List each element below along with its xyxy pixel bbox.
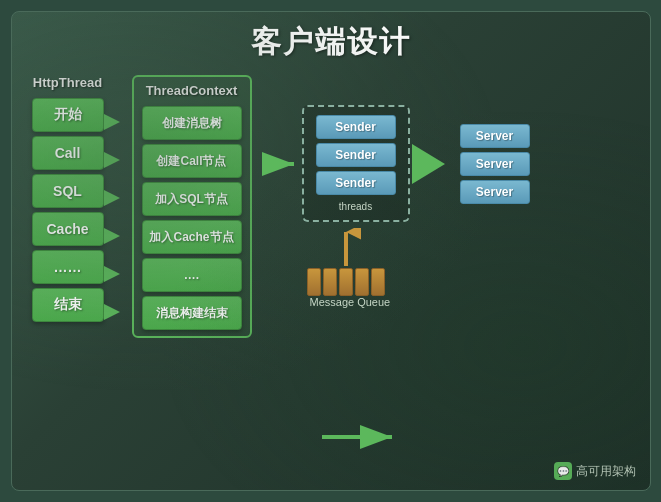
server-group: Server Server Server (460, 124, 530, 204)
main-container: 客户端设计 HttpThread 开始 Call SQL Cache …… 结束 (11, 11, 651, 491)
thread-box-add-cache: 加入Cache节点 (142, 220, 242, 254)
server-box-3: Server (460, 180, 530, 204)
threads-label: threads (316, 201, 396, 212)
diagram-area: HttpThread 开始 Call SQL Cache …… 结束 Threa… (32, 75, 630, 338)
sender-box-3: Sender (316, 171, 396, 195)
svg-marker-3 (412, 144, 445, 184)
http-box-ellipsis: …… (32, 250, 104, 284)
server-box-2: Server (460, 152, 530, 176)
http-box-call: Call (32, 136, 104, 170)
thread-box-ellipsis2: …. (142, 258, 242, 292)
watermark: 💬 高可用架构 (554, 462, 636, 480)
queue-box-4 (355, 268, 369, 296)
bottom-right: Message Queue (302, 228, 530, 308)
sender-box-2: Sender (316, 143, 396, 167)
queue-box-2 (323, 268, 337, 296)
sender-box-1: Sender (316, 115, 396, 139)
wechat-icon: 💬 (554, 462, 572, 480)
queue-arrow-area: Message Queue (302, 228, 391, 308)
queue-box-3 (339, 268, 353, 296)
message-queue-label: Message Queue (310, 296, 391, 308)
thread-box-msg-end: 消息构建结束 (142, 296, 242, 330)
http-box-sql: SQL (32, 174, 104, 208)
server-box-1: Server (460, 124, 530, 148)
queue-box-1 (307, 268, 321, 296)
watermark-text: 高可用架构 (576, 463, 636, 480)
http-box-jieshu: 结束 (32, 288, 104, 322)
httpthread-label: HttpThread (33, 75, 102, 90)
thread-box-cj-msg: 创建消息树 (142, 106, 242, 140)
arrow-6 (104, 295, 132, 329)
queue-box-5 (371, 268, 385, 296)
page-title: 客户端设计 (32, 22, 630, 63)
sender-group: Sender Sender Sender threads (302, 105, 410, 222)
arrow-1 (104, 105, 132, 139)
arrow-3 (104, 181, 132, 215)
arrows-ht-tc (104, 75, 132, 329)
httpthread-col: HttpThread 开始 Call SQL Cache …… 结束 (32, 75, 104, 322)
arrow-2 (104, 143, 132, 177)
threadcontext-label: ThreadContext (146, 83, 238, 98)
up-arrow-svg (331, 228, 361, 268)
right-section: Sender Sender Sender threads S (262, 75, 530, 308)
http-box-kaishi: 开始 (32, 98, 104, 132)
thread-box-cj-call: 创建Call节点 (142, 144, 242, 178)
left-section: HttpThread 开始 Call SQL Cache …… 结束 Threa… (32, 75, 252, 338)
message-queue-boxes (307, 268, 385, 296)
thread-box-add-sql: 加入SQL节点 (142, 182, 242, 216)
arrow-5 (104, 257, 132, 291)
threadcontext-col: ThreadContext 创建消息树 创建Call节点 加入SQL节点 加入C… (132, 75, 252, 338)
big-arrow-to-servers-svg (410, 124, 460, 204)
arrow-4 (104, 219, 132, 253)
big-arrow-to-senders-svg (262, 119, 302, 209)
upper-right: Sender Sender Sender threads S (262, 105, 530, 222)
http-box-cache: Cache (32, 212, 104, 246)
